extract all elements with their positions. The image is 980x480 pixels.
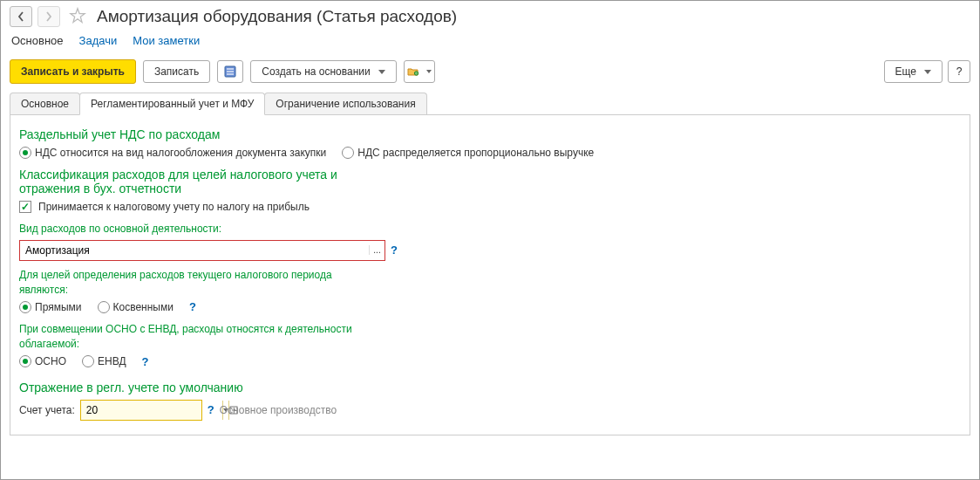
subnav-tasks[interactable]: Задачи bbox=[79, 34, 118, 47]
combine-radio-group: ОСНО ЕНВД ? bbox=[19, 355, 961, 368]
account-hint: Основное производство bbox=[220, 404, 337, 416]
chevron-down-icon bbox=[378, 70, 385, 74]
arrow-right-icon bbox=[45, 11, 52, 22]
tab-bar: Основное Регламентированный учет и МФУ О… bbox=[10, 93, 970, 115]
help-icon[interactable]: ? bbox=[208, 403, 214, 416]
subnav: Основное Задачи Мои заметки bbox=[11, 34, 970, 47]
vat-radio-doc[interactable] bbox=[19, 147, 31, 159]
vat-radio-revenue[interactable] bbox=[342, 147, 354, 159]
folder-icon bbox=[407, 65, 419, 78]
regl-heading: Отражение в регл. учете по умолчанию bbox=[19, 381, 961, 394]
create-based-button[interactable]: Создать на основании bbox=[250, 60, 397, 83]
vat-heading: Раздельный учет НДС по расходам bbox=[19, 127, 961, 141]
list-icon-button[interactable] bbox=[217, 60, 243, 83]
help-icon[interactable]: ? bbox=[391, 243, 398, 257]
vat-radio-group: НДС относится на вид налогообложения док… bbox=[19, 147, 961, 159]
combine-label: При совмещении ОСНО с ЕНВД, расходы отно… bbox=[19, 322, 368, 352]
vat-radio-revenue-label: НДС распределяется пропорционально выруч… bbox=[357, 147, 594, 159]
main-activity-label: Вид расходов по основной деятельности: bbox=[19, 222, 368, 237]
help-button[interactable]: ? bbox=[948, 60, 970, 83]
chevron-down-icon bbox=[426, 70, 432, 73]
tax-checkbox[interactable] bbox=[19, 201, 31, 213]
toolbar: Записать и закрыть Записать Создать на о… bbox=[10, 59, 970, 84]
vat-radio-doc-label: НДС относится на вид налогообложения док… bbox=[35, 147, 326, 159]
combine-radio-osno[interactable] bbox=[19, 355, 31, 367]
svg-point-4 bbox=[414, 72, 418, 75]
list-icon bbox=[224, 65, 236, 78]
period-radio-group: Прямыми Косвенными ? bbox=[19, 300, 961, 313]
period-radio-direct[interactable] bbox=[19, 301, 31, 313]
save-close-button[interactable]: Записать и закрыть bbox=[10, 59, 136, 84]
period-radio-indirect-label: Косвенными bbox=[113, 301, 174, 313]
main-activity-combo: ... bbox=[19, 240, 385, 261]
main-activity-input[interactable] bbox=[20, 241, 369, 260]
star-icon[interactable] bbox=[69, 7, 86, 27]
tab-regulated[interactable]: Регламентированный учет и МФУ bbox=[79, 93, 265, 115]
save-button[interactable]: Записать bbox=[143, 60, 210, 83]
period-label: Для целей определения расходов текущего … bbox=[19, 268, 368, 298]
tax-checkbox-label: Принимается к налоговому учету по налогу… bbox=[38, 201, 310, 213]
period-radio-indirect[interactable] bbox=[98, 301, 110, 313]
tab-main[interactable]: Основное bbox=[10, 93, 80, 114]
combine-radio-envd[interactable] bbox=[82, 355, 94, 367]
arrow-left-icon bbox=[17, 11, 24, 22]
tab-restrictions[interactable]: Ограничение использования bbox=[264, 93, 426, 114]
chevron-down-icon bbox=[924, 70, 931, 74]
window: Амортизация оборудования (Статья расходо… bbox=[0, 0, 980, 480]
account-row: Счет учета: ? Основное производство bbox=[19, 400, 961, 421]
titlebar: Амортизация оборудования (Статья расходо… bbox=[10, 6, 970, 27]
back-button[interactable] bbox=[10, 6, 32, 27]
tax-check-row: Принимается к налоговому учету по налогу… bbox=[19, 201, 961, 213]
page-title: Амортизация оборудования (Статья расходо… bbox=[97, 7, 457, 26]
attach-button[interactable] bbox=[404, 60, 435, 83]
combine-radio-envd-label: ЕНВД bbox=[98, 355, 126, 367]
help-icon[interactable]: ? bbox=[189, 300, 196, 313]
more-button[interactable]: Еще bbox=[884, 60, 943, 83]
account-input[interactable] bbox=[81, 401, 222, 420]
help-icon[interactable]: ? bbox=[142, 355, 149, 368]
account-label: Счет учета: bbox=[19, 404, 75, 416]
subnav-notes[interactable]: Мои заметки bbox=[133, 34, 200, 47]
period-radio-direct-label: Прямыми bbox=[35, 301, 82, 313]
class-heading: Классификация расходов для целей налогов… bbox=[19, 168, 394, 195]
tab-panel: Раздельный учет НДС по расходам НДС отно… bbox=[10, 115, 970, 435]
subnav-main[interactable]: Основное bbox=[11, 34, 64, 47]
ellipsis-button[interactable]: ... bbox=[369, 245, 385, 255]
main-activity-row: ... ? bbox=[19, 240, 961, 261]
more-label: Еще bbox=[895, 65, 916, 78]
create-based-label: Создать на основании bbox=[262, 65, 371, 78]
account-combo bbox=[80, 400, 202, 421]
forward-button[interactable] bbox=[37, 6, 60, 27]
combine-radio-osno-label: ОСНО bbox=[35, 355, 66, 367]
